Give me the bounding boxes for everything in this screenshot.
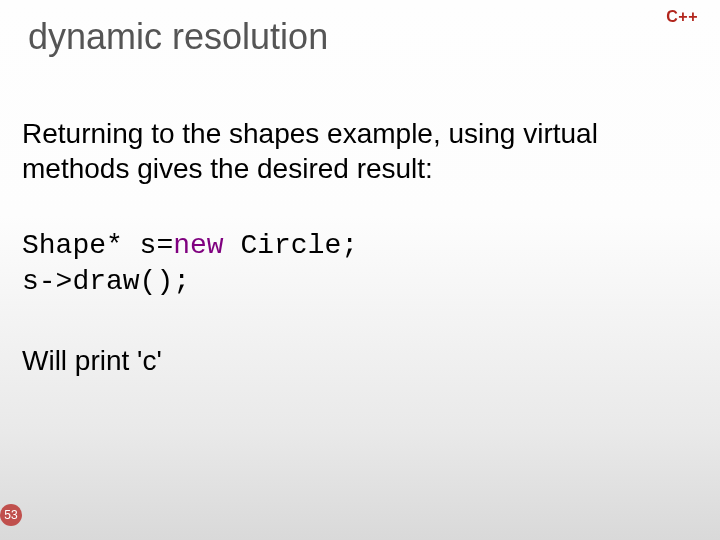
slide-body: Returning to the shapes example, using v…: [22, 116, 698, 377]
code-line-2: s->draw();: [22, 266, 190, 297]
outcome-text: Will print 'c': [22, 345, 698, 377]
page-number-badge: 53: [0, 504, 22, 526]
code-block: Shape* s=new Circle; s->draw();: [22, 228, 698, 301]
code-line-1-pre: Shape* s=: [22, 230, 173, 261]
slide: dynamic resolution C++ Returning to the …: [0, 0, 720, 540]
code-line-1-post: Circle;: [224, 230, 358, 261]
slide-title: dynamic resolution: [28, 16, 328, 58]
code-keyword-new: new: [173, 230, 223, 261]
language-tag: C++: [666, 8, 698, 26]
intro-paragraph: Returning to the shapes example, using v…: [22, 116, 698, 186]
